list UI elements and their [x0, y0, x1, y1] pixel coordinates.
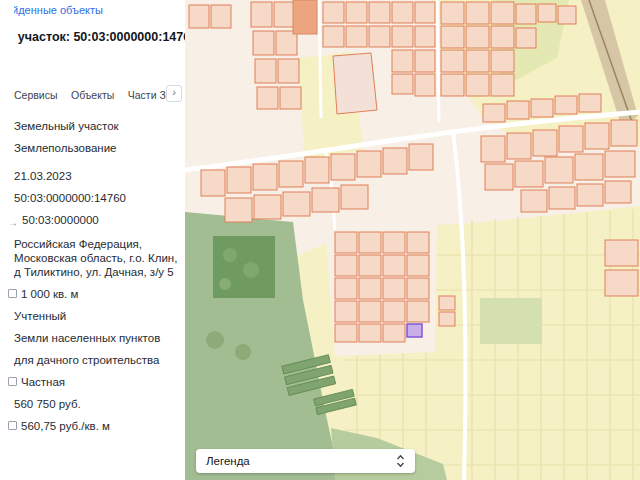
attribute-list: Земельный участок Землепользование 21.03… [14, 119, 185, 433]
attribute-value: Землепользование [14, 141, 179, 155]
attribute-value: Земли населенных пунктов [14, 331, 179, 345]
link-arrow-icon [8, 215, 18, 229]
attribute-value: Российская Федерация, Московская область… [14, 237, 179, 279]
attribute-row: 1 000 кв. м [14, 287, 179, 301]
attribute-row: Частная [14, 375, 179, 389]
attribute-row: для дачного строительства [14, 353, 179, 367]
page-title: Земельный участок: 50:03:0000000:14760 [14, 30, 185, 44]
back-link[interactable]: Найденные объекты [14, 4, 185, 16]
attribute-row: Земли населенных пунктов [14, 331, 179, 345]
attribute-value: 560,75 руб./кв. м [21, 419, 179, 433]
attribute-row-address: Российская Федерация, Московская область… [14, 237, 179, 279]
attribute-row: Земельный участок [14, 119, 179, 133]
attribute-row: Учтенный [14, 309, 179, 323]
attribute-value: 560 750 руб. [14, 397, 179, 411]
tab-bar: Сервисы Объекты Части ЗУ Состав › [14, 85, 185, 103]
attribute-value: 1 000 кв. м [21, 287, 179, 301]
attribute-row: 50:03:0000000 [14, 213, 179, 229]
legend-label: Легенда [206, 455, 250, 467]
selected-parcel[interactable] [407, 324, 422, 337]
back-link-label: Найденные объекты [14, 4, 103, 16]
map-canvas[interactable] [185, 0, 640, 480]
attribute-row: 21.03.2023 [14, 169, 179, 183]
attribute-row: 560 750 руб. [14, 397, 179, 411]
info-panel: Найденные объекты Земельный участок: 50:… [0, 0, 185, 480]
attribute-value: 21.03.2023 [14, 169, 179, 183]
tab-services[interactable]: Сервисы [14, 89, 58, 101]
built-block [293, 0, 317, 34]
ownership-icon [8, 377, 17, 386]
legend-select[interactable]: Легенда [196, 449, 415, 473]
attribute-value: Земельный участок [14, 119, 179, 133]
attribute-row: Землепользование [14, 141, 179, 155]
attribute-value: Учтенный [14, 309, 179, 323]
attribute-value: Частная [21, 375, 179, 389]
price-icon [8, 421, 17, 430]
tabs-next-button[interactable]: › [166, 85, 182, 102]
attribute-value[interactable]: 50:03:0000000 [22, 213, 179, 227]
attribute-value: 50:03:0000000:14760 [14, 191, 179, 205]
page-title-wrap: Земельный участок: 50:03:0000000:14760 [14, 27, 185, 45]
attribute-row: 50:03:0000000:14760 [14, 191, 179, 205]
area-icon [8, 289, 17, 298]
tab-objects[interactable]: Объекты [71, 89, 114, 101]
updown-chevron-icon [396, 454, 405, 468]
map-svg [185, 0, 640, 480]
attribute-value: для дачного строительства [14, 353, 179, 367]
attribute-row: 560,75 руб./кв. м [14, 419, 179, 433]
